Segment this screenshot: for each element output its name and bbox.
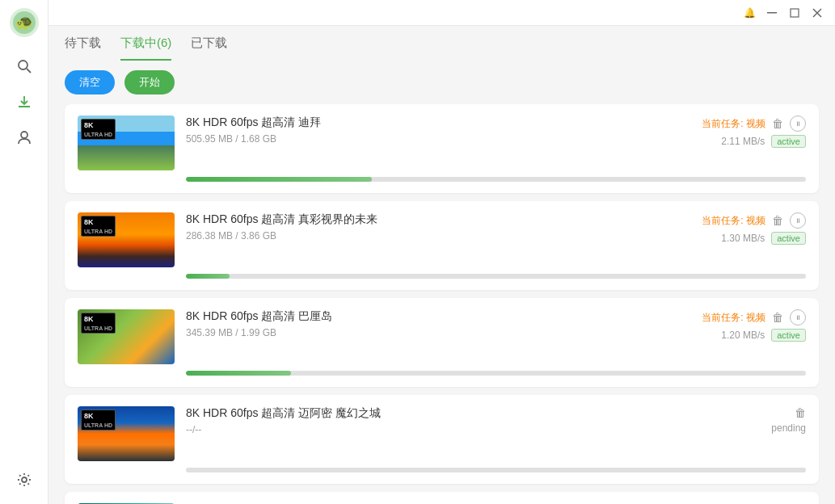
- speed-label: 1.30 MB/s: [721, 233, 765, 244]
- download-item: 8K ULTRA HD 8K HDR 60fps 超高清 迈阿密 魔幻之城 --…: [65, 395, 819, 484]
- item-info: 8K HDR 60fps 超高清 迪拜 505.95 MB / 1.68 GB: [186, 116, 633, 145]
- start-button[interactable]: 开始: [124, 70, 175, 94]
- bell-button[interactable]: 🔔: [738, 2, 761, 24]
- tab-pending[interactable]: 待下载: [65, 36, 101, 61]
- speed-label: 1.20 MB/s: [721, 330, 765, 341]
- svg-rect-7: [767, 12, 777, 14]
- download-item: 8K ULTRA HD 8K HDR 60fps 超高清 夏威夷 🗑: [65, 492, 819, 504]
- svg-point-5: [21, 132, 27, 138]
- action-buttons: 清空 开始: [48, 61, 835, 104]
- item-meta: 当前任务: 视频 🗑 ⏸: [702, 309, 806, 326]
- thumbnail: 8K ULTRA HD: [78, 212, 175, 267]
- item-meta: 当前任务: 视频 🗑 ⏸: [702, 116, 806, 132]
- task-label: 当前任务: 视频: [702, 117, 765, 131]
- progress-bar-container: [186, 177, 806, 182]
- speed-row: 1.20 MB/s active: [721, 329, 806, 342]
- svg-line-4: [27, 69, 31, 73]
- thumbnail: 8K ULTRA HD: [78, 406, 175, 461]
- pause-button[interactable]: ⏸: [790, 116, 806, 132]
- sidebar-search-icon[interactable]: [10, 52, 39, 81]
- download-list: 8K ULTRA HD 8K HDR 60fps 超高清 迪拜 505.95 M…: [48, 104, 835, 504]
- speed-row: 1.30 MB/s active: [721, 232, 806, 245]
- quality-badge: 8K ULTRA HD: [81, 313, 116, 334]
- item-right: 当前任务: 视频 🗑 ⏸ 1.30 MB/s active: [644, 212, 806, 245]
- tab-downloaded[interactable]: 已下载: [191, 36, 227, 61]
- item-size: 286.38 MB / 3.86 GB: [186, 230, 633, 242]
- speed-row: pending: [771, 422, 806, 434]
- progress-bar-container: [186, 371, 806, 376]
- tabs-row: 待下载 下载中(6) 已下载: [48, 26, 835, 61]
- progress-bar: [186, 274, 230, 279]
- item-right: 当前任务: 视频 🗑 ⏸ 2.11 MB/s active: [644, 116, 806, 148]
- delete-icon[interactable]: 🗑: [772, 311, 783, 324]
- speed-label: 2.11 MB/s: [721, 136, 765, 147]
- status-badge: active: [771, 135, 806, 148]
- progress-bar: [186, 177, 372, 182]
- quality-badge: 8K ULTRA HD: [81, 119, 116, 140]
- item-size: 505.95 MB / 1.68 GB: [186, 133, 633, 145]
- item-title: 8K HDR 60fps 超高清 真彩视界的未来: [186, 212, 633, 227]
- item-meta: 🗑: [795, 406, 806, 419]
- pause-button[interactable]: ⏸: [790, 212, 806, 229]
- progress-row: [78, 272, 806, 279]
- item-size: --/--: [186, 424, 633, 435]
- status-badge: active: [771, 329, 806, 342]
- item-meta: 当前任务: 视频 🗑 ⏸: [702, 212, 806, 229]
- download-item: 8K ULTRA HD 8K HDR 60fps 超高清 真彩视界的未来 286…: [65, 201, 819, 290]
- item-title: 8K HDR 60fps 超高清 迪拜: [186, 116, 633, 130]
- item-size: 345.39 MB / 1.99 GB: [186, 327, 633, 338]
- delete-icon[interactable]: 🗑: [772, 214, 783, 227]
- pause-button[interactable]: ⏸: [790, 309, 806, 326]
- svg-point-6: [22, 477, 27, 482]
- item-right: 当前任务: 视频 🗑 ⏸ 1.20 MB/s active: [644, 309, 806, 342]
- item-title: 8K HDR 60fps 超高清 巴厘岛: [186, 309, 633, 324]
- item-title: 8K HDR 60fps 超高清 迈阿密 魔幻之城: [186, 406, 633, 421]
- delete-icon[interactable]: 🗑: [772, 117, 783, 130]
- item-top-row: 8K ULTRA HD 8K HDR 60fps 超高清 真彩视界的未来 286…: [78, 212, 806, 267]
- minimize-button[interactable]: [761, 2, 783, 24]
- progress-row: [78, 466, 806, 472]
- app-logo: 🐢: [8, 6, 40, 39]
- progress-bar-container: [186, 468, 806, 472]
- delete-icon[interactable]: 🗑: [795, 406, 806, 419]
- item-right: 🗑 pending: [644, 406, 806, 434]
- task-label: 当前任务: 视频: [702, 311, 765, 325]
- thumbnail: 8K ULTRA HD: [78, 116, 175, 170]
- quality-badge: 8K ULTRA HD: [81, 216, 116, 237]
- sidebar-download-icon[interactable]: [10, 87, 39, 116]
- speed-row: 2.11 MB/s active: [721, 135, 806, 148]
- thumbnail: 8K ULTRA HD: [78, 309, 175, 364]
- close-button[interactable]: [806, 2, 829, 24]
- progress-row: [78, 175, 806, 182]
- item-top-row: 8K ULTRA HD 8K HDR 60fps 超高清 迈阿密 魔幻之城 --…: [78, 406, 806, 461]
- sidebar-user-icon[interactable]: [10, 123, 39, 152]
- sidebar: 🐢: [0, 0, 48, 504]
- quality-badge: 8K ULTRA HD: [81, 410, 116, 430]
- clear-button[interactable]: 清空: [65, 70, 115, 94]
- download-item: 8K ULTRA HD 8K HDR 60fps 超高清 巴厘岛 345.39 …: [65, 298, 819, 387]
- svg-point-3: [19, 61, 27, 69]
- maximize-button[interactable]: [783, 2, 806, 24]
- item-top-row: 8K ULTRA HD 8K HDR 60fps 超高清 巴厘岛 345.39 …: [78, 309, 806, 364]
- download-item: 8K ULTRA HD 8K HDR 60fps 超高清 迪拜 505.95 M…: [65, 104, 819, 193]
- tab-downloading[interactable]: 下载中(6): [120, 36, 171, 61]
- item-info: 8K HDR 60fps 超高清 巴厘岛 345.39 MB / 1.99 GB: [186, 309, 633, 338]
- titlebar: 🔔: [48, 0, 835, 26]
- status-badge: active: [771, 232, 806, 245]
- main-content: 🔔 待下载 下载中(6) 已下载 清空 开始 8K ULTRA HD: [48, 0, 835, 504]
- task-label: 当前任务: 视频: [702, 214, 765, 228]
- svg-rect-8: [791, 9, 799, 17]
- svg-text:🐢: 🐢: [15, 14, 34, 32]
- item-info: 8K HDR 60fps 超高清 迈阿密 魔幻之城 --/--: [186, 406, 633, 435]
- progress-bar-container: [186, 274, 806, 279]
- item-info: 8K HDR 60fps 超高清 真彩视界的未来 286.38 MB / 3.8…: [186, 212, 633, 242]
- progress-row: [78, 369, 806, 376]
- item-top-row: 8K ULTRA HD 8K HDR 60fps 超高清 迪拜 505.95 M…: [78, 116, 806, 170]
- sidebar-settings-icon[interactable]: [10, 465, 39, 494]
- progress-bar: [186, 371, 291, 376]
- status-badge: pending: [771, 422, 806, 434]
